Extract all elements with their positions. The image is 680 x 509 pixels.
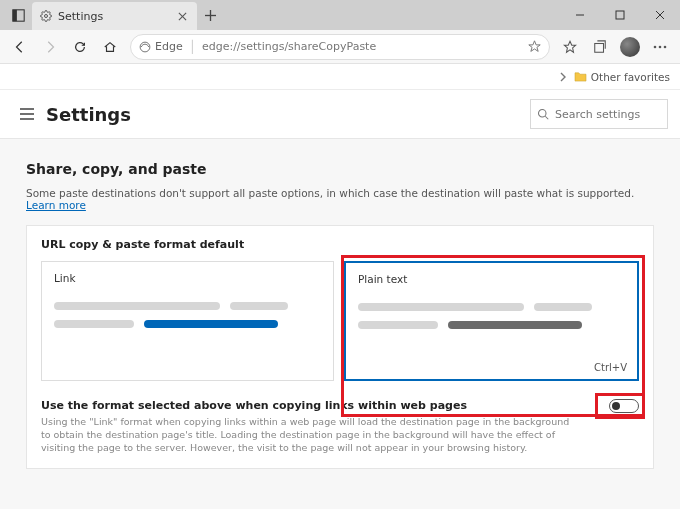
toggle-row: Use the format selected above when copyi… [41, 399, 639, 454]
address-url: edge://settings/shareCopyPaste [202, 40, 376, 53]
section-title: Share, copy, and paste [26, 161, 654, 177]
svg-rect-14 [595, 43, 604, 52]
favorites-button[interactable] [556, 33, 584, 61]
address-bar: Edge │ edge://settings/shareCopyPaste [0, 30, 680, 64]
profile-button[interactable] [616, 33, 644, 61]
format-toggle-switch[interactable] [609, 399, 639, 413]
format-option-plain-text[interactable]: Plain text Ctrl+V [344, 261, 639, 381]
chevron-right-icon[interactable] [558, 72, 568, 82]
settings-search-input[interactable] [555, 108, 661, 121]
home-button[interactable] [96, 33, 124, 61]
avatar [620, 37, 640, 57]
format-option-link[interactable]: Link [41, 261, 334, 381]
page-action-icon[interactable] [528, 40, 541, 53]
settings-search[interactable] [530, 99, 668, 129]
other-favorites-folder[interactable]: Other favorites [574, 71, 670, 83]
minimize-button[interactable] [560, 0, 600, 30]
window-close-button[interactable] [640, 0, 680, 30]
forward-button [36, 33, 64, 61]
browser-tab[interactable]: Settings [32, 2, 197, 30]
svg-point-2 [45, 15, 48, 18]
keyboard-shortcut-label: Ctrl+V [594, 362, 627, 373]
svg-marker-12 [529, 41, 540, 52]
collections-button[interactable] [586, 33, 614, 61]
settings-page: Share, copy, and paste Some paste destin… [0, 139, 680, 491]
svg-line-22 [545, 116, 548, 119]
svg-rect-1 [12, 9, 16, 20]
new-tab-button[interactable] [197, 10, 223, 21]
close-icon[interactable] [175, 9, 189, 23]
tab-title: Settings [58, 10, 169, 23]
svg-point-17 [664, 45, 667, 48]
svg-point-21 [539, 110, 547, 118]
tab-actions-button[interactable] [4, 1, 32, 29]
address-field[interactable]: Edge │ edge://settings/shareCopyPaste [130, 34, 550, 60]
more-menu-button[interactable] [646, 33, 674, 61]
site-identity: Edge [139, 40, 183, 53]
toggle-title: Use the format selected above when copyi… [41, 399, 577, 412]
svg-rect-8 [616, 11, 624, 19]
card-subtitle: URL copy & paste format default [41, 238, 639, 251]
edge-icon [139, 41, 151, 53]
learn-more-link[interactable]: Learn more [26, 199, 86, 211]
svg-point-16 [659, 45, 662, 48]
window-titlebar: Settings [0, 0, 680, 30]
svg-point-15 [654, 45, 657, 48]
gear-icon [40, 10, 52, 22]
toggle-description: Using the "Link" format when copying lin… [41, 416, 577, 454]
section-note: Some paste destinations don't support al… [26, 187, 654, 211]
refresh-button[interactable] [66, 33, 94, 61]
settings-header: Settings [0, 90, 680, 138]
svg-marker-13 [564, 41, 575, 52]
search-icon [537, 108, 549, 120]
back-button[interactable] [6, 33, 34, 61]
folder-icon [574, 71, 587, 82]
hamburger-icon[interactable] [18, 105, 36, 123]
format-card: URL copy & paste format default Link Pla… [26, 225, 654, 469]
page-heading: Settings [46, 104, 131, 125]
favorites-bar: Other favorites [0, 64, 680, 90]
maximize-button[interactable] [600, 0, 640, 30]
